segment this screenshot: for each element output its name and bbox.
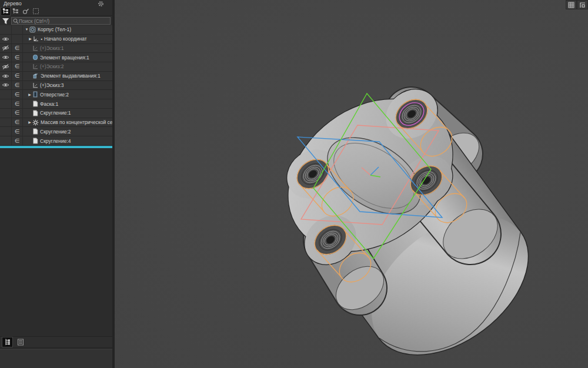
visibility-toggle (0, 127, 12, 136)
collapsed-parameters-panel (0, 349, 112, 368)
tree-item[interactable]: ▼Корпус (Тел-1) (0, 25, 112, 35)
tree-item-label: (+)Эскиз:3 (40, 82, 64, 88)
visibility-toggle[interactable] (0, 62, 12, 71)
tree-item[interactable]: ∈Скругление:2 (0, 127, 112, 136)
sketch-icon (32, 63, 38, 69)
eye-visible-icon (2, 73, 9, 79)
tree-structure-button[interactable] (1, 8, 10, 15)
tree-item-label: (+)Эскиз:1 (40, 45, 64, 51)
hole-feature-icon (32, 91, 38, 98)
visibility-toggle (0, 118, 12, 127)
tree-item[interactable]: ∈Фаска:1 (0, 99, 112, 109)
feature-tree: ▼Корпус (Тел-1) ▶●Начало координат ∈(+)Э… (0, 25, 112, 146)
panel-bottom-tabs (0, 336, 112, 348)
page-folded-corner-icon (32, 101, 38, 107)
tree-item-label: (+)Эскиз:2 (40, 63, 64, 69)
included-in-body-icon: ∈ (12, 99, 23, 108)
expand-arrow[interactable]: ▶ (28, 37, 32, 41)
included-in-body-icon: ∈ (12, 72, 23, 81)
tree-item[interactable]: ∈(+)Эскиз:3 (0, 81, 112, 91)
tree-item-label: Элемент вращения:1 (40, 55, 89, 61)
page-folded-corner-icon (32, 110, 38, 116)
tree-item-label: Скругление:1 (40, 110, 71, 116)
eye-visible-icon (2, 36, 9, 42)
filter-funnel-icon[interactable] (0, 18, 11, 25)
included-in-body-icon (12, 35, 23, 44)
origin-point-icon: ● (41, 38, 42, 41)
visibility-toggle (0, 99, 12, 108)
eye-visible-icon (2, 82, 9, 88)
included-in-body-icon: ∈ (12, 109, 23, 118)
page-folded-corner-icon (32, 138, 38, 144)
search-box (11, 17, 111, 25)
included-in-body-icon: ∈ (12, 53, 23, 62)
visibility-toggle[interactable] (0, 44, 12, 53)
expand-arrow[interactable]: ▶ (28, 93, 32, 96)
visibility-toggle[interactable] (0, 81, 12, 90)
tree-item-label: Фаска:1 (40, 101, 58, 107)
tree-composition-button[interactable] (21, 8, 30, 15)
extrude-feature-icon (32, 73, 39, 79)
viewport-corner-buttons (566, 0, 588, 9)
expand-arrow[interactable]: ▼ (25, 28, 29, 31)
origin-axes-icon (33, 36, 39, 42)
visibility-toggle (0, 25, 12, 34)
tree-item-label: Скругление:2 (40, 129, 71, 135)
tree-view-tab-icon[interactable] (2, 337, 12, 347)
circular-array-icon (32, 119, 39, 126)
tree-item[interactable]: ∈(+)Эскиз:2 (0, 62, 112, 72)
search-input[interactable] (19, 18, 109, 24)
tree-item[interactable]: ∈Скругление:4 (0, 136, 112, 146)
included-in-body-icon: ∈ (12, 90, 23, 99)
included-in-body-icon: ∈ (12, 136, 23, 145)
eye-visible-icon (2, 55, 9, 60)
included-in-body-icon: ∈ (12, 127, 23, 136)
tree-item[interactable]: ∈▶Отверстие:2 (0, 90, 112, 99)
tree-relations-button[interactable] (11, 8, 20, 15)
sketch-icon (32, 45, 38, 51)
eye-hidden-icon (2, 45, 9, 51)
page-folded-corner-icon (32, 128, 38, 135)
tree-item[interactable]: ∈Элемент выдавливания:1 (0, 72, 112, 81)
included-in-body-icon: ∈ (12, 62, 23, 71)
visibility-toggle[interactable] (0, 72, 12, 81)
included-in-body-icon: ∈ (12, 44, 23, 53)
tree-item-label: Начало координат (44, 36, 87, 42)
visibility-toggle[interactable] (0, 35, 12, 44)
included-in-body-icon (12, 25, 23, 34)
revolve-feature-icon (32, 54, 38, 61)
tree-empty-area (0, 148, 112, 336)
selection-frame-button[interactable] (31, 8, 40, 15)
tree-item-label: Элемент выдавливания:1 (41, 73, 101, 79)
tree-item[interactable]: ∈Скругление:1 (0, 109, 112, 118)
search-magnifier-icon (13, 18, 19, 24)
included-in-body-icon: ∈ (12, 118, 23, 127)
tree-item-label: Массив по концентрической сетке:1 (41, 119, 112, 125)
tree-item-label: Скругление:4 (40, 138, 71, 144)
tree-toolbar (0, 7, 112, 16)
panel-title: Дерево (4, 0, 98, 7)
tree-search-row (0, 16, 112, 25)
eye-hidden-icon (2, 64, 9, 69)
tree-item[interactable]: ▶●Начало координат (0, 35, 112, 44)
tree-item[interactable]: ∈(+)Эскиз:1 (0, 44, 112, 53)
body-icon (29, 26, 36, 33)
panel-header: Дерево (0, 0, 112, 7)
tree-item[interactable]: ∈Элемент вращения:1 (0, 53, 112, 62)
feature-tree-panel: Дерево (0, 0, 115, 368)
gear-icon[interactable] (98, 1, 104, 7)
visibility-toggle (0, 109, 12, 118)
tree-item-label: Отверстие:2 (40, 92, 69, 98)
grid-view-icon[interactable] (566, 0, 577, 9)
sketch-icon (32, 82, 38, 88)
visibility-toggle (0, 90, 12, 99)
visibility-toggle (0, 136, 12, 145)
expand-arrow[interactable]: ▶ (28, 121, 32, 124)
visibility-toggle[interactable] (0, 53, 12, 62)
tree-item[interactable]: ∈▶Массив по концентрической сетке:1 (0, 118, 112, 128)
tree-item-label: Корпус (Тел-1) (38, 26, 71, 32)
parameters-list-tab-icon[interactable] (15, 337, 25, 347)
plane-corner-icon[interactable] (577, 0, 588, 9)
included-in-body-icon: ∈ (12, 81, 23, 90)
